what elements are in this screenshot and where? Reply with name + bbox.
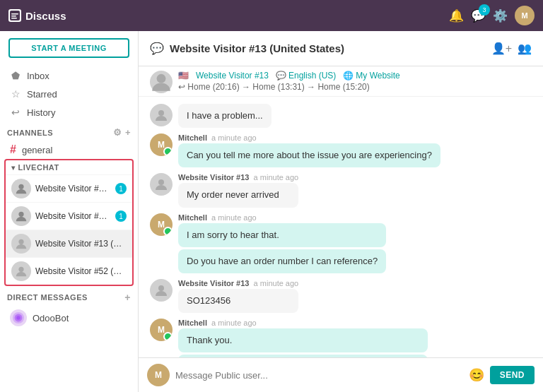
history-icon: ↩ xyxy=(10,107,21,118)
msg-bubble-6: Thank you. xyxy=(178,328,428,352)
message-2: Website Visitor #13 a minute ago My orde… xyxy=(150,173,532,207)
user-avatar[interactable]: M xyxy=(515,6,535,25)
add-user-icon[interactable]: 👤+ xyxy=(491,42,512,55)
msg-content-5: Website Visitor #13 a minute ago SO12345… xyxy=(178,279,298,313)
channel-general[interactable]: # general xyxy=(0,141,138,159)
livechat-item-visitor52[interactable]: Website Visitor #52 (United St... xyxy=(6,257,132,285)
msg-bubble-2: My order never arrived xyxy=(178,183,298,207)
visitor-name-link[interactable]: Website Visitor #13 xyxy=(196,71,269,81)
message-5: Website Visitor #13 a minute ago SO12345… xyxy=(150,279,532,313)
chat-icon[interactable]: 💬 3 xyxy=(471,8,486,23)
topbar-icons: 🔔 💬 3 ⚙️ M xyxy=(449,6,535,25)
chat-header-actions: 👤+ 👥 xyxy=(491,42,532,55)
msg-bubble-4: Do you have an order number I can refere… xyxy=(178,249,386,273)
settings-icon[interactable]: ⚙️ xyxy=(493,8,508,23)
svg-point-12 xyxy=(158,110,164,116)
visitor-avatar-2 xyxy=(150,173,173,196)
agent-avatar-6: M xyxy=(150,319,173,341)
msg-bubble-1: Can you tell me more about the issue you… xyxy=(178,143,440,167)
website-link[interactable]: 🌐 My Website xyxy=(343,71,399,81)
msg-bubble-5: SO123456 xyxy=(178,289,298,313)
chat-title: Website Visitor #13 (United States) xyxy=(170,42,491,54)
visitor13-avatar xyxy=(11,234,31,254)
message-1: M Mitchell a minute ago Can you tell me … xyxy=(150,133,532,167)
svg-rect-3 xyxy=(11,18,17,19)
msg-meta-5: Website Visitor #13 a minute ago xyxy=(178,279,298,287)
chat-input-row: M 😊 SEND xyxy=(139,357,543,392)
visitor52-avatar xyxy=(11,261,31,281)
livechat-item-visitor81[interactable]: Website Visitor #81 (U... 1 xyxy=(6,174,132,202)
star-icon: ☆ xyxy=(10,88,21,100)
app-title: Discuss xyxy=(25,10,66,22)
visitor80-avatar xyxy=(11,206,31,226)
chat-type-icon: 💬 xyxy=(150,42,164,55)
nav-section: ⬟ Inbox ☆ Starred ↩ History xyxy=(0,65,138,123)
dm-item-odoobot[interactable]: OdooBot xyxy=(0,306,138,330)
visitor-avatar-sm xyxy=(150,71,173,93)
channels-actions: ⚙ + xyxy=(113,127,131,138)
livechat-item-visitor80[interactable]: Website Visitor #80 (U... 1 xyxy=(6,202,132,230)
message-trunc: I have a problem... xyxy=(150,104,532,128)
bell-icon[interactable]: 🔔 xyxy=(449,8,464,23)
msg-meta-6: Mitchell a minute ago xyxy=(178,319,428,327)
channels-header: CHANNELS ⚙ + xyxy=(0,123,138,141)
visitor-avatar-5 xyxy=(150,279,173,302)
msg-content-2: Website Visitor #13 a minute ago My orde… xyxy=(178,173,298,207)
message-input[interactable] xyxy=(175,370,463,381)
chat-messages: I have a problem... M Mitchell a minute … xyxy=(139,97,543,357)
topbar: Discuss 🔔 💬 3 ⚙️ M xyxy=(0,0,543,31)
msg-content-1: Mitchell a minute ago Can you tell me mo… xyxy=(178,133,440,167)
agent-avatar-3: M xyxy=(150,213,173,236)
livechat-header: ▾ LIVECHAT xyxy=(6,160,132,174)
svg-point-10 xyxy=(16,316,20,319)
visitor81-avatar xyxy=(11,179,31,198)
msg-meta-1: Mitchell a minute ago xyxy=(178,133,440,142)
agent-avatar-1: M xyxy=(150,133,173,156)
livechat-section: ▾ LIVECHAT Website Visitor #81 (U... 1 W… xyxy=(4,159,134,286)
livechat-item-visitor13[interactable]: Website Visitor #13 (United St... xyxy=(6,230,132,257)
visitor-links: 🇺🇸 Website Visitor #13 💬 English (US) 🌐 … xyxy=(178,71,532,81)
msg-content-6: Mitchell a minute ago Thank you. Please … xyxy=(178,319,428,357)
visitor-details: 🇺🇸 Website Visitor #13 💬 English (US) 🌐 … xyxy=(178,71,532,92)
svg-point-7 xyxy=(18,267,23,272)
msg-meta-3: Mitchell a minute ago xyxy=(178,213,386,222)
team-icon[interactable]: 👥 xyxy=(518,42,532,55)
current-user-avatar: M xyxy=(147,364,170,386)
app-logo: Discuss xyxy=(8,9,449,22)
app-icon xyxy=(8,9,21,22)
visitor-msg-avatar xyxy=(150,104,173,126)
chat-header: 💬 Website Visitor #13 (United States) 👤+… xyxy=(139,31,543,66)
svg-point-11 xyxy=(157,74,166,83)
sidebar-item-inbox[interactable]: ⬟ Inbox xyxy=(0,66,138,85)
msg-bubble: I have a problem... xyxy=(178,104,272,128)
channels-add-icon[interactable]: + xyxy=(125,127,131,138)
msg-content-3: Mitchell a minute ago I am sorry to hear… xyxy=(178,213,386,273)
sidebar: START A MEETING ⬟ Inbox ☆ Starred ↩ Hist… xyxy=(0,31,139,392)
dm-header: DIRECT MESSAGES + xyxy=(0,286,138,306)
visitor-nav: ↩ Home (20:16) → Home (13:31) → Home (15… xyxy=(178,82,532,92)
sidebar-item-history[interactable]: ↩ History xyxy=(0,103,138,121)
svg-point-13 xyxy=(158,179,164,185)
message-3: M Mitchell a minute ago I am sorry to he… xyxy=(150,213,532,273)
channels-settings-icon[interactable]: ⚙ xyxy=(113,127,122,138)
odoobot-avatar xyxy=(10,309,27,326)
svg-point-14 xyxy=(158,285,164,291)
livechat-caret: ▾ xyxy=(11,164,16,172)
chat-badge: 3 xyxy=(479,4,490,16)
svg-point-5 xyxy=(18,212,23,217)
start-meeting-button[interactable]: START A MEETING xyxy=(8,38,129,58)
chat-panel: 💬 Website Visitor #13 (United States) 👤+… xyxy=(139,31,543,392)
msg-bubble-3: I am sorry to hear that. xyxy=(178,223,386,247)
sidebar-item-starred[interactable]: ☆ Starred xyxy=(0,85,138,103)
visitor-flag: 🇺🇸 xyxy=(178,71,189,81)
emoji-icon[interactable]: 😊 xyxy=(469,367,484,383)
inbox-icon: ⬟ xyxy=(10,70,21,81)
svg-rect-1 xyxy=(11,13,18,15)
dm-add-icon[interactable]: + xyxy=(124,292,131,303)
svg-point-6 xyxy=(18,239,23,244)
visitor-info-bar: 🇺🇸 Website Visitor #13 💬 English (US) 🌐 … xyxy=(139,66,543,97)
svg-rect-2 xyxy=(11,16,16,17)
msg-content-trunc: I have a problem... xyxy=(178,104,272,128)
language-link[interactable]: 💬 English (US) xyxy=(276,71,336,81)
send-button[interactable]: SEND xyxy=(490,366,535,384)
